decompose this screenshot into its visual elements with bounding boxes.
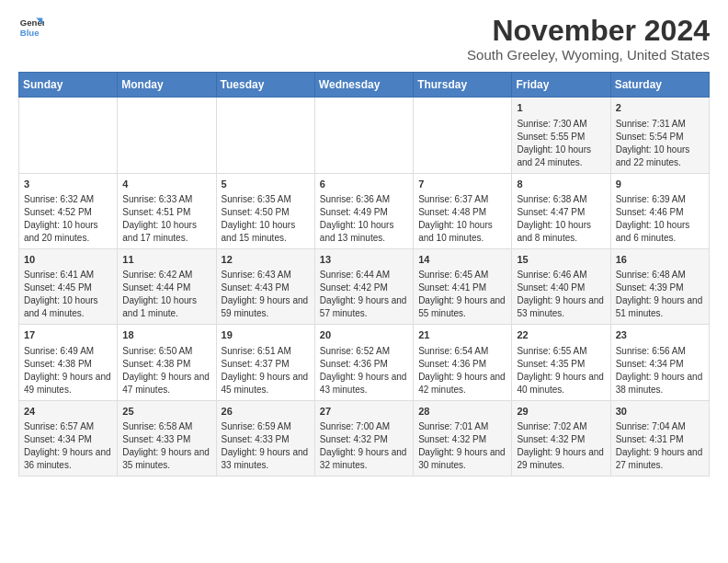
day-number: 3: [24, 178, 112, 191]
day-content: Sunset: 4:50 PM: [222, 206, 310, 219]
day-content: Sunset: 4:49 PM: [320, 206, 408, 219]
day-number: 29: [517, 405, 605, 419]
header-cell-monday: Monday: [118, 73, 216, 98]
day-content: Sunset: 4:41 PM: [418, 282, 506, 294]
calendar-cell: 10Sunrise: 6:41 AMSunset: 4:45 PMDayligh…: [19, 248, 118, 324]
day-content: Daylight: 9 hours and 51 minutes.: [616, 294, 704, 320]
day-content: Daylight: 9 hours and 43 minutes.: [320, 371, 408, 396]
day-content: Sunset: 4:40 PM: [517, 282, 605, 294]
day-content: Sunrise: 6:35 AM: [222, 193, 310, 206]
day-content: Sunset: 4:32 PM: [418, 433, 506, 446]
calendar-cell: [314, 98, 413, 173]
day-content: Daylight: 9 hours and 45 minutes.: [222, 371, 310, 396]
calendar-cell: 19Sunrise: 6:51 AMSunset: 4:37 PMDayligh…: [216, 325, 314, 400]
calendar-header: SundayMondayTuesdayWednesdayThursdayFrid…: [19, 73, 710, 98]
day-number: 9: [616, 178, 704, 191]
day-content: Daylight: 10 hours and 1 minute.: [122, 294, 210, 320]
day-number: 8: [517, 178, 605, 191]
day-content: Daylight: 10 hours and 10 minutes.: [418, 219, 506, 245]
day-content: Sunrise: 6:43 AM: [222, 269, 310, 282]
day-content: Sunrise: 6:49 AM: [24, 345, 112, 358]
day-content: Sunset: 4:38 PM: [122, 358, 210, 371]
calendar-cell: 16Sunrise: 6:48 AMSunset: 4:39 PMDayligh…: [610, 248, 709, 324]
day-content: Sunset: 4:36 PM: [320, 358, 408, 371]
calendar-cell: 7Sunrise: 6:37 AMSunset: 4:48 PMDaylight…: [414, 173, 512, 248]
day-number: 24: [24, 405, 112, 419]
day-number: 2: [616, 101, 704, 115]
day-content: Sunset: 4:34 PM: [24, 433, 112, 446]
day-content: Sunset: 4:34 PM: [616, 358, 704, 371]
day-number: 1: [517, 101, 605, 115]
week-row-4: 17Sunrise: 6:49 AMSunset: 4:38 PMDayligh…: [19, 325, 710, 400]
day-content: Sunset: 4:38 PM: [24, 358, 112, 371]
calendar-cell: 21Sunrise: 6:54 AMSunset: 4:36 PMDayligh…: [414, 325, 512, 400]
week-row-1: 1Sunrise: 7:30 AMSunset: 5:55 PMDaylight…: [19, 98, 710, 173]
header-cell-sunday: Sunday: [19, 73, 118, 98]
day-content: Daylight: 9 hours and 35 minutes.: [122, 446, 210, 472]
day-content: Sunset: 4:51 PM: [122, 206, 210, 219]
calendar-cell: 27Sunrise: 7:00 AMSunset: 4:32 PMDayligh…: [314, 400, 413, 476]
calendar-cell: 26Sunrise: 6:59 AMSunset: 4:33 PMDayligh…: [216, 400, 314, 476]
day-content: Daylight: 9 hours and 53 minutes.: [517, 294, 605, 320]
day-content: Sunset: 4:47 PM: [517, 206, 605, 219]
header-cell-wednesday: Wednesday: [314, 73, 413, 98]
calendar-cell: 23Sunrise: 6:56 AMSunset: 4:34 PMDayligh…: [610, 325, 709, 400]
day-content: Daylight: 9 hours and 55 minutes.: [418, 294, 506, 320]
logo: General Blue: [18, 15, 44, 40]
day-content: Sunrise: 6:39 AM: [616, 193, 704, 206]
day-content: Sunset: 5:54 PM: [616, 131, 704, 144]
calendar-cell: 24Sunrise: 6:57 AMSunset: 4:34 PMDayligh…: [19, 400, 118, 476]
calendar-cell: 22Sunrise: 6:55 AMSunset: 4:35 PMDayligh…: [512, 325, 610, 400]
calendar-cell: 6Sunrise: 6:36 AMSunset: 4:49 PMDaylight…: [314, 173, 413, 248]
day-content: Sunset: 4:45 PM: [24, 282, 112, 294]
calendar-cell: 9Sunrise: 6:39 AMSunset: 4:46 PMDaylight…: [610, 173, 709, 248]
page-subtitle: South Greeley, Wyoming, United States: [467, 47, 710, 63]
day-content: Sunrise: 7:02 AM: [517, 420, 605, 433]
day-content: Daylight: 10 hours and 4 minutes.: [24, 294, 112, 320]
day-content: Sunset: 4:43 PM: [222, 282, 310, 294]
day-content: Daylight: 9 hours and 30 minutes.: [418, 446, 506, 472]
day-number: 21: [418, 328, 506, 342]
day-content: Sunset: 4:33 PM: [122, 433, 210, 446]
day-content: Sunset: 4:52 PM: [24, 206, 112, 219]
day-number: 20: [320, 328, 408, 342]
day-content: Sunrise: 6:33 AM: [122, 193, 210, 206]
day-number: 6: [320, 178, 408, 191]
calendar-cell: 1Sunrise: 7:30 AMSunset: 5:55 PMDaylight…: [512, 98, 610, 173]
day-number: 23: [616, 328, 704, 342]
calendar-cell: 30Sunrise: 7:04 AMSunset: 4:31 PMDayligh…: [610, 400, 709, 476]
day-content: Sunset: 4:33 PM: [222, 433, 310, 446]
day-content: Daylight: 10 hours and 15 minutes.: [222, 219, 310, 245]
day-number: 10: [24, 253, 112, 267]
day-content: Daylight: 9 hours and 33 minutes.: [222, 446, 310, 472]
day-content: Daylight: 10 hours and 24 minutes.: [517, 144, 605, 169]
calendar-cell: 25Sunrise: 6:58 AMSunset: 4:33 PMDayligh…: [118, 400, 216, 476]
day-content: Daylight: 9 hours and 36 minutes.: [24, 446, 112, 472]
calendar-cell: [216, 98, 314, 173]
header: General Blue November 2024 South Greeley…: [18, 15, 710, 63]
day-content: Sunrise: 6:41 AM: [24, 269, 112, 282]
day-content: Sunset: 4:44 PM: [122, 282, 210, 294]
day-content: Sunrise: 7:01 AM: [418, 420, 506, 433]
day-content: Sunrise: 6:45 AM: [418, 269, 506, 282]
calendar-cell: 12Sunrise: 6:43 AMSunset: 4:43 PMDayligh…: [216, 248, 314, 324]
day-content: Daylight: 9 hours and 32 minutes.: [320, 446, 408, 472]
calendar-cell: 18Sunrise: 6:50 AMSunset: 4:38 PMDayligh…: [118, 325, 216, 400]
calendar-cell: 20Sunrise: 6:52 AMSunset: 4:36 PMDayligh…: [314, 325, 413, 400]
calendar-table: SundayMondayTuesdayWednesdayThursdayFrid…: [18, 72, 710, 477]
calendar-cell: 28Sunrise: 7:01 AMSunset: 4:32 PMDayligh…: [414, 400, 512, 476]
svg-text:Blue: Blue: [20, 28, 40, 38]
logo-icon: General Blue: [18, 15, 44, 40]
calendar-cell: 2Sunrise: 7:31 AMSunset: 5:54 PMDaylight…: [610, 98, 709, 173]
day-content: Sunrise: 6:54 AM: [418, 345, 506, 358]
day-content: Daylight: 10 hours and 20 minutes.: [24, 219, 112, 245]
header-cell-friday: Friday: [512, 73, 610, 98]
day-content: Sunrise: 6:46 AM: [517, 269, 605, 282]
day-content: Daylight: 10 hours and 8 minutes.: [517, 219, 605, 245]
calendar-cell: 15Sunrise: 6:46 AMSunset: 4:40 PMDayligh…: [512, 248, 610, 324]
day-content: Sunset: 4:31 PM: [616, 433, 704, 446]
day-number: 13: [320, 253, 408, 267]
day-number: 14: [418, 253, 506, 267]
day-content: Daylight: 9 hours and 27 minutes.: [616, 446, 704, 472]
day-content: Daylight: 10 hours and 17 minutes.: [122, 219, 210, 245]
